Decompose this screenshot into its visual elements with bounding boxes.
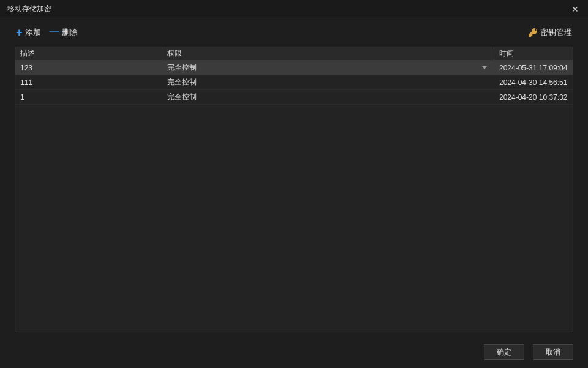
dialog-footer: 确定 取消 [0, 341, 588, 368]
permission-value: 完全控制 [167, 77, 197, 88]
table-row[interactable]: 1完全控制2024-04-20 10:37:32 [15, 90, 573, 105]
minus-icon: — [50, 27, 59, 37]
plus-icon: + [16, 27, 23, 38]
cell-permission: 完全控制 [162, 90, 494, 104]
table-body: 123完全控制2024-05-31 17:09:04111完全控制2024-04… [15, 61, 573, 332]
cell-permission[interactable]: 完全控制 [162, 61, 494, 75]
table-row[interactable]: 111完全控制2024-04-30 14:56:51 [15, 75, 573, 90]
permission-value: 完全控制 [167, 92, 197, 102]
permission-value: 完全控制 [167, 62, 197, 73]
delete-button[interactable]: — 删除 [48, 24, 79, 40]
close-icon: ✕ [571, 4, 579, 14]
cancel-button[interactable]: 取消 [533, 344, 573, 360]
add-button[interactable]: + 添加 [15, 24, 42, 40]
cell-time: 2024-04-30 14:56:51 [494, 75, 573, 89]
table-header-row: 描述 权限 时间 [15, 47, 573, 61]
toolbar-right: 密钥管理 [527, 24, 573, 40]
cell-time: 2024-05-31 17:09:04 [494, 61, 573, 75]
ok-button[interactable]: 确定 [484, 344, 524, 360]
chevron-down-icon[interactable] [482, 66, 487, 69]
close-button[interactable]: ✕ [568, 2, 582, 16]
cell-description: 111 [15, 75, 162, 89]
data-table: 描述 权限 时间 123完全控制2024-05-31 17:09:04111完全… [15, 47, 573, 332]
key-management-label: 密钥管理 [540, 27, 572, 38]
key-icon [528, 28, 538, 37]
cell-description: 1 [15, 90, 162, 104]
key-management-button[interactable]: 密钥管理 [527, 24, 573, 40]
title-bar: 移动存储加密 ✕ [0, 0, 588, 18]
column-header-permission[interactable]: 权限 [162, 47, 494, 60]
toolbar-left: + 添加 — 删除 [15, 24, 79, 40]
delete-button-label: 删除 [62, 27, 78, 38]
cell-description: 123 [15, 61, 162, 75]
cell-permission: 完全控制 [162, 75, 494, 89]
table-row[interactable]: 123完全控制2024-05-31 17:09:04 [15, 61, 573, 75]
dialog-title: 移动存储加密 [7, 4, 51, 14]
add-button-label: 添加 [25, 27, 41, 38]
cell-time: 2024-04-20 10:37:32 [494, 90, 573, 104]
toolbar: + 添加 — 删除 密钥管理 [0, 18, 588, 47]
column-header-description[interactable]: 描述 [15, 47, 162, 60]
column-header-time[interactable]: 时间 [494, 47, 573, 60]
